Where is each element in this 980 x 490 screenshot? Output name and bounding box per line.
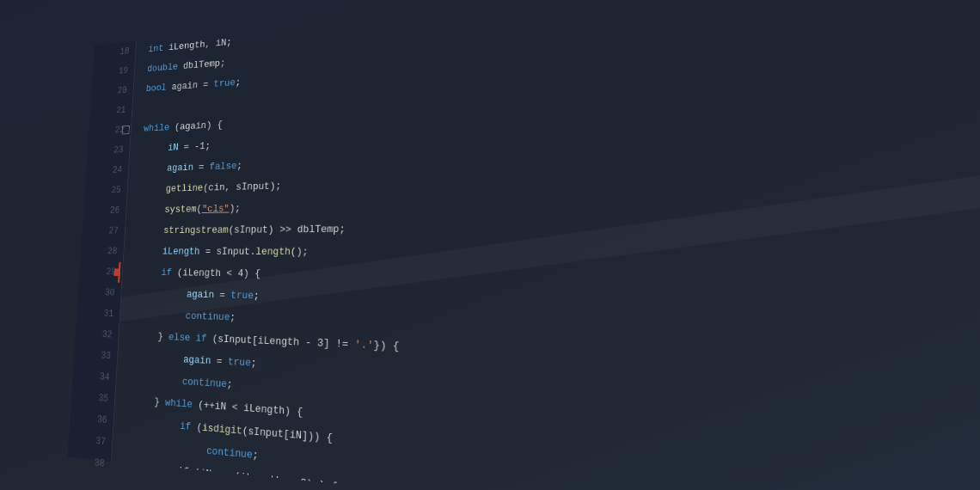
token-plain: ; — [250, 352, 257, 375]
token-plain: again = — [166, 74, 214, 97]
token-plain: (again) { — [168, 114, 223, 138]
token-fn: system — [164, 199, 197, 220]
token-plain: ; — [252, 444, 259, 468]
token-bool-val: true — [230, 285, 254, 307]
token-plain: ); — [229, 198, 241, 219]
line-number: 20 — [117, 81, 127, 101]
token-kw: while — [164, 392, 193, 416]
line-number: 26 — [109, 200, 120, 221]
line-number: 18 — [119, 41, 130, 62]
token-indent2 — [124, 455, 178, 482]
token-plain: (cin, sInput); — [203, 175, 282, 199]
token-indent2 — [132, 304, 186, 328]
token-indent1 — [138, 199, 165, 221]
line-number: 27 — [108, 221, 119, 242]
token-kw: continue — [185, 305, 230, 328]
token-plain: ; — [236, 156, 243, 177]
line-number: 37 — [95, 431, 107, 453]
token-var: again — [166, 157, 193, 179]
line-number: 25 — [111, 181, 122, 201]
token-fn: length — [255, 241, 291, 263]
token-indent1 — [138, 220, 164, 241]
token-plain: (iLength < 4) { — [171, 262, 260, 285]
code-view: 1819202122232425262728293031323334353637… — [67, 0, 980, 490]
token-var: again — [186, 284, 214, 306]
token-indent2 — [133, 283, 187, 305]
token-plain: ; — [253, 285, 260, 308]
token-plain: = -1; — [178, 136, 211, 158]
token-kw: if — [180, 415, 192, 438]
token-plain: = — [213, 285, 231, 307]
token-indent2 — [130, 346, 184, 371]
line-number: 38 — [94, 452, 105, 475]
token-plain: = — [211, 350, 229, 373]
token-kw: double — [147, 57, 179, 79]
token-indent1 — [127, 389, 155, 413]
token-indent1 — [135, 262, 162, 284]
token-plain: ( — [191, 416, 203, 439]
token-str-underline: "cls" — [201, 199, 230, 220]
line-number: 33 — [101, 346, 112, 367]
token-bool-val: true — [227, 351, 251, 375]
token-bool-val: false — [209, 156, 237, 178]
token-plain: = — [193, 156, 210, 178]
token-indent1 — [139, 179, 166, 200]
line-number: 19 — [118, 61, 128, 82]
token-plain: ; — [226, 373, 233, 396]
line-number: 35 — [98, 388, 109, 410]
token-indent1 — [142, 138, 168, 159]
token-indent1 — [141, 158, 168, 180]
line-number: 24 — [112, 160, 123, 181]
token-indent1 — [136, 242, 162, 262]
code-area: int iLength, iN;double dblTemp;bool agai… — [112, 0, 980, 490]
line-number: 21 — [115, 101, 126, 121]
token-kw: int — [148, 39, 164, 59]
line-number: 34 — [99, 366, 110, 388]
token-kw: else — [168, 327, 191, 349]
token-plain: (); — [290, 241, 309, 263]
line-number: 30 — [104, 283, 115, 303]
token-fn: getline — [165, 178, 204, 199]
line-number: 23 — [113, 140, 125, 161]
token-kw: continue — [181, 371, 227, 395]
token-plain: }) { — [373, 334, 400, 358]
token-kw: while — [144, 118, 170, 139]
token-plain: = sInput. — [199, 241, 256, 262]
token-var: again — [183, 349, 211, 372]
token-fn: stringstream — [163, 219, 230, 241]
code-editor: 1819202122232425262728293031323334353637… — [0, 0, 980, 490]
line-number: 28 — [107, 242, 118, 262]
token-kw: if — [195, 328, 207, 350]
line-number: 31 — [103, 303, 114, 325]
token-fn: isdigit — [202, 417, 243, 443]
line-number: 32 — [101, 324, 113, 346]
token-bool-val: true — [213, 72, 236, 95]
token-plain: ; — [230, 307, 236, 329]
token-indent1 — [132, 325, 159, 347]
token-plain: (sInput) >> dblTemp; — [228, 218, 346, 242]
token-str: '.' — [354, 334, 374, 358]
bookmark-indicator — [122, 126, 130, 134]
line-number: 36 — [96, 409, 107, 432]
token-kw: bool — [145, 77, 167, 99]
token-var: iLength — [162, 242, 200, 263]
token-plain: ; — [235, 72, 241, 93]
